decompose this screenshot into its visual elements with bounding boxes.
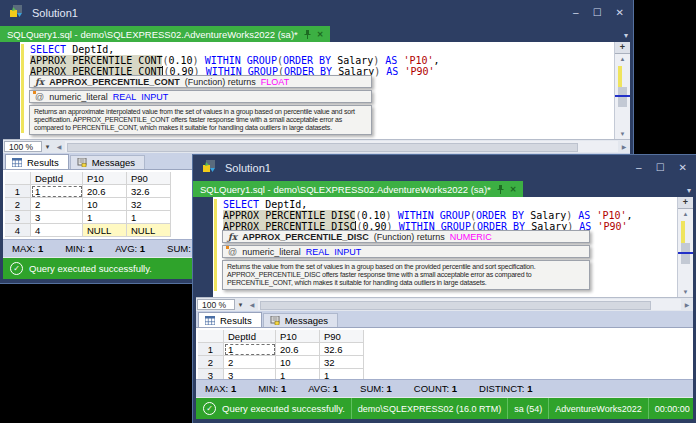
maximize-button[interactable]: ☐ xyxy=(656,163,665,173)
code-text[interactable]: SELECT DeptId,APPROX_PERCENTILE_DISC(0.1… xyxy=(223,199,633,232)
scroll-up-icon[interactable]: ▲ xyxy=(615,54,630,64)
messages-icon xyxy=(270,316,280,325)
status-segment: 00:00:00 xyxy=(648,398,693,419)
tab-close-icon[interactable]: ✕ xyxy=(510,185,517,194)
scrollbar-track[interactable] xyxy=(615,64,630,129)
scrollbar-track[interactable] xyxy=(678,219,693,287)
caret-position-marker xyxy=(678,252,693,254)
code-line[interactable]: SELECT DeptId, xyxy=(223,199,633,210)
row-header[interactable]: 1 xyxy=(198,343,224,356)
grid-cell[interactable]: 1 xyxy=(83,211,127,224)
pin-icon[interactable] xyxy=(304,30,311,39)
grid-cell[interactable]: 32 xyxy=(127,198,171,211)
grid-cell[interactable]: 1 xyxy=(127,211,171,224)
zoom-level-select[interactable]: 100 % xyxy=(4,141,42,152)
code-line[interactable]: SELECT DeptId, xyxy=(30,44,440,55)
close-button[interactable]: ✕ xyxy=(616,8,624,18)
grid-cell[interactable]: NULL xyxy=(127,224,171,237)
code-line[interactable]: APPROX_PERCENTILE_DISC(0.10) WITHIN GROU… xyxy=(223,210,633,221)
table-row[interactable]: 221032 xyxy=(198,356,693,369)
code-line[interactable]: APPROX_PERCENTILE_CONT(0.10) WITHIN GROU… xyxy=(30,55,440,66)
horizontal-scrollbar-thumb[interactable] xyxy=(67,143,578,152)
row-header[interactable]: 3 xyxy=(5,211,31,224)
tab-messages[interactable]: Messages xyxy=(70,155,145,169)
splitter-button[interactable]: + xyxy=(678,197,693,209)
grid-cell[interactable]: 1 xyxy=(276,369,320,379)
grid-cell[interactable]: 20.6 xyxy=(276,343,320,356)
row-header[interactable]: 2 xyxy=(198,356,224,369)
scrollbar-thumb[interactable] xyxy=(681,243,690,263)
scroll-left-icon[interactable]: ◀ xyxy=(53,143,65,150)
grid-cell[interactable]: 32.6 xyxy=(320,343,364,356)
grid-cell[interactable]: 10 xyxy=(276,356,320,369)
vertical-scrollbar[interactable]: + ▲ ▼ xyxy=(614,42,630,139)
grid-cell[interactable]: 3 xyxy=(224,369,276,379)
tooltip-description: Returns an approximate interpolated valu… xyxy=(29,105,372,135)
grid-column-header[interactable]: P10 xyxy=(276,330,320,343)
minimize-button[interactable]: – xyxy=(636,163,642,173)
status-bar: ✓ Query executed successfully. demo\SQLE… xyxy=(196,397,693,419)
tab-results[interactable]: Results xyxy=(198,312,262,327)
horizontal-scrollbar[interactable] xyxy=(258,299,681,310)
grid-cell[interactable]: 1 xyxy=(320,369,364,379)
zoom-level-select[interactable]: 100 % xyxy=(197,299,235,310)
row-header[interactable]: 2 xyxy=(5,198,31,211)
grid-cell[interactable]: 3 xyxy=(31,211,83,224)
tab-list-dropdown-icon[interactable]: ▾ xyxy=(687,186,691,195)
grid-cell[interactable]: NULL xyxy=(83,224,127,237)
scroll-down-icon[interactable]: ▼ xyxy=(615,129,630,139)
grid-corner-cell[interactable] xyxy=(198,330,224,343)
scroll-right-icon[interactable]: ▶ xyxy=(681,301,693,308)
scroll-right-icon[interactable]: ▶ xyxy=(618,143,630,150)
grid-cell[interactable]: 2 xyxy=(31,198,83,211)
grid-cell[interactable]: 32.6 xyxy=(127,185,171,198)
zoom-dropdown-icon[interactable]: ▾ xyxy=(235,301,246,309)
horizontal-scrollbar-thumb[interactable] xyxy=(260,301,651,310)
table-row[interactable]: 1120.632.6 xyxy=(198,343,693,356)
tab-messages[interactable]: Messages xyxy=(263,313,338,327)
scroll-left-icon[interactable]: ◀ xyxy=(246,301,258,308)
code-text[interactable]: SELECT DeptId,APPROX_PERCENTILE_CONT(0.1… xyxy=(30,44,440,77)
tooltip-function-kind: (Function) returns xyxy=(374,232,445,242)
minimize-button[interactable]: – xyxy=(573,8,579,18)
grid-cell[interactable]: 20.6 xyxy=(83,185,127,198)
maximize-button[interactable]: ☐ xyxy=(593,8,602,18)
grid-column-header[interactable]: P90 xyxy=(127,172,171,185)
tab-results[interactable]: Results xyxy=(5,154,69,169)
vertical-scrollbar[interactable]: + ▲ ▼ xyxy=(677,197,693,297)
tab-close-icon[interactable]: ✕ xyxy=(317,30,324,39)
grid-cell[interactable]: 32 xyxy=(320,356,364,369)
grid-column-header[interactable]: DeptId xyxy=(224,330,276,343)
grid-cell[interactable]: 1 xyxy=(224,343,276,356)
scroll-down-icon[interactable]: ▼ xyxy=(678,287,693,297)
title-bar[interactable]: Solution1 – ☐ ✕ xyxy=(0,0,633,26)
row-header[interactable]: 3 xyxy=(198,369,224,379)
grid-cell[interactable]: 1 xyxy=(31,185,83,198)
splitter-button[interactable]: + xyxy=(615,42,630,54)
window-controls: – ☐ ✕ xyxy=(573,8,624,18)
grid-cell[interactable]: 4 xyxy=(31,224,83,237)
code-editor[interactable]: SELECT DeptId,APPROX_PERCENTILE_DISC(0.1… xyxy=(196,197,693,297)
close-button[interactable]: ✕ xyxy=(679,163,687,173)
title-bar[interactable]: Solution1 – ☐ ✕ xyxy=(193,155,696,181)
intellisense-tooltip: ƒx APPROX_PERCENTILE_DISC (Function) ret… xyxy=(222,230,590,290)
zoom-dropdown-icon[interactable]: ▾ xyxy=(42,143,53,151)
grid-column-header[interactable]: P10 xyxy=(83,172,127,185)
horizontal-scrollbar[interactable] xyxy=(65,141,618,152)
grid-column-header[interactable]: DeptId xyxy=(31,172,83,185)
aggregate-item: MAX: 1 xyxy=(205,383,236,394)
pin-icon[interactable] xyxy=(497,185,504,194)
row-header[interactable]: 1 xyxy=(5,185,31,198)
grid-column-header[interactable]: P90 xyxy=(320,330,364,343)
grid-cell[interactable]: 2 xyxy=(224,356,276,369)
scroll-up-icon[interactable]: ▲ xyxy=(678,209,693,219)
grid-corner-cell[interactable] xyxy=(5,172,31,185)
tooltip-param-direction: INPUT xyxy=(141,92,168,102)
grid-cell[interactable]: 10 xyxy=(83,198,127,211)
document-tab[interactable]: SQLQuery1.sql - demo\SQLEXPRESS02.Advent… xyxy=(0,26,330,42)
table-row[interactable]: 3311 xyxy=(198,369,693,379)
document-tab[interactable]: SQLQuery1.sql - demo\SQLEXPRESS02.Advent… xyxy=(193,181,523,197)
row-header[interactable]: 4 xyxy=(5,224,31,237)
tab-list-dropdown-icon[interactable]: ▾ xyxy=(624,31,628,40)
code-editor[interactable]: SELECT DeptId,APPROX_PERCENTILE_CONT(0.1… xyxy=(3,42,630,139)
